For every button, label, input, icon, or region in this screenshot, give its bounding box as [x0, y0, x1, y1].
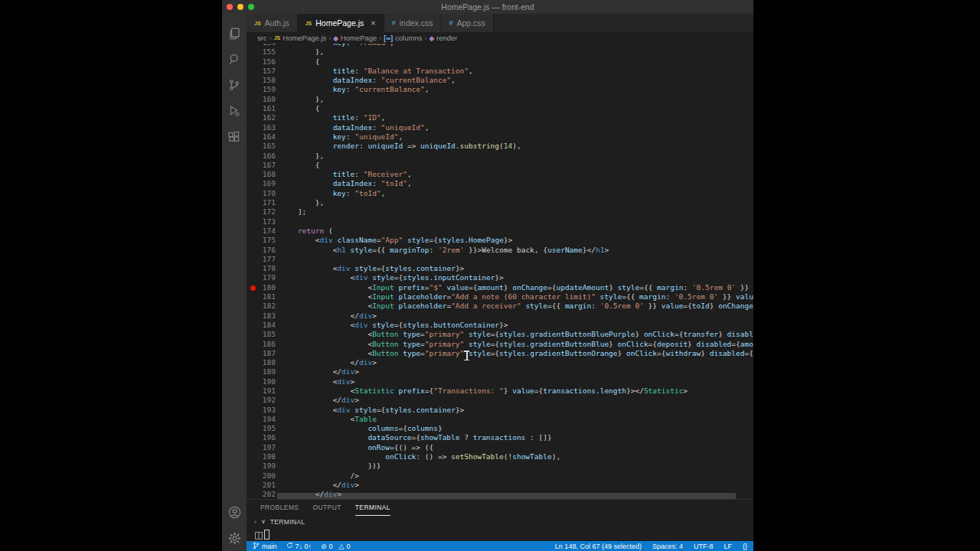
code-line[interactable]: 162 title: "ID",: [247, 113, 753, 122]
line-number[interactable]: 195: [247, 424, 276, 433]
code-line[interactable]: 186 <Button type="primary" style={styles…: [247, 340, 753, 349]
code-line[interactable]: 164 key: "uniqueId",: [247, 132, 753, 142]
git-branch-status[interactable]: main: [253, 542, 277, 551]
line-number[interactable]: 156: [247, 57, 276, 67]
line-number[interactable]: 164: [247, 132, 276, 142]
code-line[interactable]: 201 </div>: [247, 481, 753, 490]
code-line[interactable]: 192 </div>: [247, 396, 753, 405]
panel-tab-output[interactable]: OUTPUT: [312, 500, 341, 516]
line-number[interactable]: 201: [247, 481, 276, 490]
code-line[interactable]: 170 key: "toId",: [247, 189, 753, 198]
code-line[interactable]: 193 <div style={styles.container}>: [247, 406, 753, 415]
problems-status[interactable]: ⊘ 0 △ 0: [321, 543, 351, 550]
line-number[interactable]: 189: [247, 367, 276, 377]
close-icon[interactable]: ×: [371, 18, 375, 28]
tab-index-css[interactable]: #index.css: [384, 14, 442, 32]
code-line[interactable]: 168 title: "Receiver",: [247, 170, 753, 179]
line-number[interactable]: 165: [247, 142, 276, 151]
line-number[interactable]: 166: [247, 152, 276, 161]
breakpoint-icon[interactable]: [250, 285, 256, 291]
code-line[interactable]: 190 <div>: [247, 377, 753, 386]
line-number[interactable]: 199: [247, 461, 276, 471]
code-line[interactable]: 157 title: "Balance at Transaction",: [247, 67, 753, 76]
horizontal-scrollbar-thumb[interactable]: [277, 493, 736, 499]
breadcrumb-item-homepage[interactable]: ◈HomePage: [333, 34, 377, 42]
line-number[interactable]: 169: [247, 179, 276, 188]
tab-app-css[interactable]: #App.css: [442, 14, 494, 32]
code-line[interactable]: 166 },: [247, 152, 753, 161]
line-number[interactable]: 202: [247, 490, 276, 499]
line-number[interactable]: 193: [247, 406, 276, 415]
code-line[interactable]: 172 ];: [247, 207, 753, 217]
code-line[interactable]: 155 },: [247, 47, 753, 57]
code-line[interactable]: 200 />: [247, 471, 753, 481]
line-number[interactable]: 188: [247, 358, 276, 367]
line-number[interactable]: 155: [247, 47, 276, 57]
language-mode-status[interactable]: {}: [743, 543, 747, 550]
line-number[interactable]: 200: [247, 471, 276, 481]
code-line[interactable]: 179 <div style={styles.inputContainer}>: [247, 273, 753, 282]
code-line[interactable]: 173: [247, 217, 753, 227]
line-number[interactable]: 192: [247, 396, 276, 405]
line-number[interactable]: 178: [247, 264, 276, 273]
minimize-window-button[interactable]: [237, 4, 243, 10]
code-line[interactable]: 160 },: [247, 95, 753, 104]
line-number[interactable]: 168: [247, 170, 276, 179]
line-number[interactable]: 183: [247, 311, 276, 321]
line-number[interactable]: 173: [247, 217, 276, 227]
extensions-icon[interactable]: [222, 124, 247, 150]
line-number[interactable]: 159: [247, 85, 276, 94]
code-line[interactable]: 198 onClick: () => setShowTable(!showTab…: [247, 452, 753, 461]
code-line[interactable]: 177: [247, 255, 753, 264]
line-number[interactable]: 163: [247, 123, 276, 132]
code-line[interactable]: 191 <Statistic prefix={"Transactions: "}…: [247, 386, 753, 396]
line-number[interactable]: 175: [247, 236, 276, 245]
line-number[interactable]: 197: [247, 443, 276, 452]
code-line[interactable]: 196 dataSource={showTable ? transactions…: [247, 433, 753, 442]
source-control-icon[interactable]: [222, 72, 247, 98]
code-line[interactable]: 199 })}: [247, 461, 753, 471]
code-line[interactable]: 189 </div>: [247, 367, 753, 377]
terminal-content[interactable]: [247, 527, 753, 541]
line-number[interactable]: 171: [247, 198, 276, 207]
code-line[interactable]: 163 dataIndex: "uniqueId",: [247, 123, 753, 132]
code-line[interactable]: 167 {: [247, 161, 753, 170]
run-debug-icon[interactable]: [222, 98, 247, 124]
line-number[interactable]: 162: [247, 113, 276, 122]
line-number[interactable]: 196: [247, 433, 276, 442]
explorer-icon[interactable]: [222, 20, 247, 46]
code-line[interactable]: 194 <Table: [247, 415, 753, 424]
line-number[interactable]: 191: [247, 386, 276, 396]
close-window-button[interactable]: [227, 4, 233, 10]
split-terminal-icon[interactable]: [255, 529, 263, 543]
line-number[interactable]: 174: [247, 227, 276, 236]
line-number[interactable]: 187: [247, 349, 276, 358]
code-line[interactable]: 176 <h1 style={{ marginTop: '2rem' }}>We…: [247, 246, 753, 255]
line-number[interactable]: 184: [247, 321, 276, 330]
code-line[interactable]: 187 <Button type="primary" style={styles…: [247, 349, 753, 358]
code-line[interactable]: 169 dataIndex: "toId",: [247, 179, 753, 188]
search-icon[interactable]: [222, 46, 247, 72]
line-number[interactable]: 194: [247, 415, 276, 424]
line-number[interactable]: 181: [247, 292, 276, 302]
code-line[interactable]: 171 },: [247, 198, 753, 207]
account-icon[interactable]: [222, 499, 247, 525]
line-number[interactable]: 190: [247, 377, 276, 386]
code-line[interactable]: 159 key: "currentBalance",: [247, 85, 753, 94]
code-line[interactable]: 197 onRow={() => ({: [247, 443, 753, 452]
tab-homepage-js[interactable]: JSHomePage.js×: [298, 14, 384, 32]
code-line[interactable]: 161 {: [247, 104, 753, 113]
code-line[interactable]: 174 return (: [247, 227, 753, 236]
breadcrumb-item-render[interactable]: ◈render: [429, 34, 457, 42]
settings-gear-icon[interactable]: [222, 525, 247, 551]
line-number[interactable]: 177: [247, 255, 276, 264]
code-line[interactable]: 175 <div className="App" style={styles.H…: [247, 236, 753, 245]
chevron-down-icon[interactable]: ∨: [261, 518, 266, 525]
code-line[interactable]: 182 <Input placeholder="Add a receiver" …: [247, 302, 753, 311]
encoding-status[interactable]: UTF-8: [694, 543, 714, 550]
maximize-window-button[interactable]: [248, 4, 254, 10]
code-line[interactable]: 180 <Input prefix="$" value={amount} onC…: [247, 283, 753, 292]
line-number[interactable]: 186: [247, 340, 276, 349]
code-line[interactable]: 185 <Button type="primary" style={styles…: [247, 330, 753, 339]
code-line[interactable]: 181 <Input placeholder="Add a note (60 c…: [247, 292, 753, 302]
